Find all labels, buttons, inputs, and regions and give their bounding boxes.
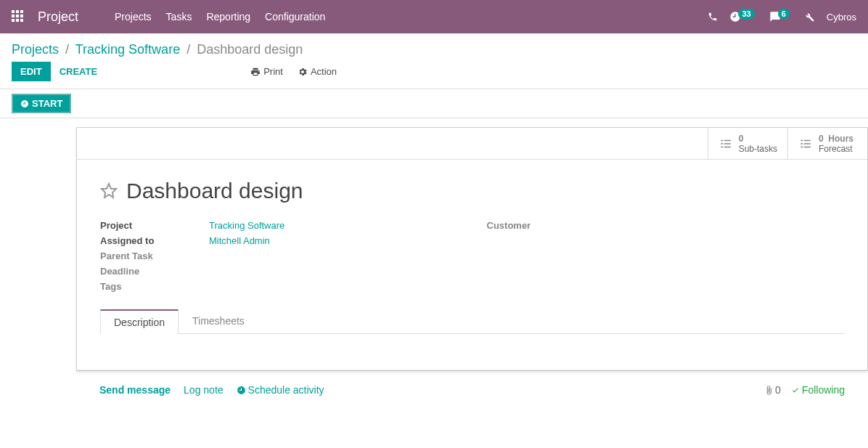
chatter-bar: Send message Log note Schedule activity … xyxy=(76,371,868,402)
parent-task-label: Parent Task xyxy=(100,251,209,261)
svg-rect-6 xyxy=(12,19,15,22)
systray: 33 6 Cybros xyxy=(708,11,856,23)
breadcrumb: Projects / Tracking Software / Dashboard… xyxy=(0,33,868,62)
clock-icon xyxy=(237,386,246,395)
send-message-button[interactable]: Send message xyxy=(99,384,171,396)
attachments-button[interactable]: 0 xyxy=(764,384,781,396)
paperclip-icon xyxy=(764,386,774,395)
start-label: START xyxy=(32,98,62,109)
page-title: Dashboard design xyxy=(126,179,303,203)
breadcrumb-sep: / xyxy=(187,42,190,57)
nav-reporting[interactable]: Reporting xyxy=(206,11,250,23)
tab-description-content xyxy=(77,334,867,370)
action-label: Action xyxy=(311,66,337,77)
project-value[interactable]: Tracking Software xyxy=(209,220,284,231)
list-icon xyxy=(798,137,813,150)
svg-rect-0 xyxy=(12,10,15,13)
breadcrumb-sep: / xyxy=(65,42,69,57)
record-title-row: Dashboard design xyxy=(77,160,867,211)
tab-description[interactable]: Description xyxy=(100,309,179,334)
tools-icon[interactable] xyxy=(804,12,815,23)
svg-marker-9 xyxy=(102,184,116,197)
main-menu: Projects Tasks Reporting Configuration xyxy=(115,11,325,23)
svg-rect-1 xyxy=(16,10,19,13)
subtasks-count: 0 xyxy=(739,134,777,144)
tags-label: Tags xyxy=(100,281,209,292)
form-sheet: 0 Sub-tasks 0 Hours Forecast Dashboard d… xyxy=(76,127,868,371)
apps-grid-icon[interactable] xyxy=(12,10,23,24)
tab-timesheets[interactable]: Timesheets xyxy=(179,309,258,333)
form-fields: Project Tracking Software Assigned to Mi… xyxy=(77,211,867,309)
print-icon xyxy=(250,67,261,77)
svg-rect-5 xyxy=(20,15,23,17)
svg-rect-7 xyxy=(16,19,19,22)
start-button[interactable]: START xyxy=(12,94,71,113)
user-menu[interactable]: Cybros xyxy=(827,12,856,23)
notebook-tabs: Description Timesheets xyxy=(100,309,844,334)
create-button[interactable]: CREATE xyxy=(51,62,106,81)
top-navbar: Project Projects Tasks Reporting Configu… xyxy=(0,0,868,33)
check-icon xyxy=(791,386,800,394)
phone-icon[interactable] xyxy=(708,12,718,22)
forecast-label: Forecast xyxy=(819,144,853,154)
following-button[interactable]: Following xyxy=(791,384,845,396)
control-panel: Projects / Tracking Software / Dashboard… xyxy=(0,33,868,89)
log-note-button[interactable]: Log note xyxy=(184,384,224,396)
svg-rect-8 xyxy=(20,19,23,22)
star-icon[interactable] xyxy=(100,182,118,200)
forecast-count: 0 Hours xyxy=(819,134,853,144)
schedule-activity-button[interactable]: Schedule activity xyxy=(237,384,324,396)
assigned-to-label: Assigned to xyxy=(100,235,209,246)
subtasks-label: Sub-tasks xyxy=(739,144,777,154)
nav-configuration[interactable]: Configuration xyxy=(265,11,325,23)
assigned-to-value[interactable]: Mitchell Admin xyxy=(209,235,270,246)
gear-icon xyxy=(298,67,308,77)
forecast-stat-button[interactable]: 0 Hours Forecast xyxy=(787,128,867,159)
chat-icon[interactable]: 6 xyxy=(769,11,793,23)
action-button[interactable]: Action xyxy=(298,66,337,77)
breadcrumb-project-name[interactable]: Tracking Software xyxy=(75,42,180,57)
project-label: Project xyxy=(100,220,209,231)
attachments-count: 0 xyxy=(775,384,781,396)
svg-rect-3 xyxy=(12,15,15,17)
svg-rect-4 xyxy=(16,15,19,17)
cp-buttons: EDIT CREATE Print Action xyxy=(0,62,868,89)
timer-badge: 33 xyxy=(738,9,754,19)
list-icon xyxy=(718,137,733,150)
edit-button[interactable]: EDIT xyxy=(12,62,51,81)
timer-icon[interactable]: 33 xyxy=(729,11,757,23)
customer-label: Customer xyxy=(487,220,596,231)
subtasks-stat-button[interactable]: 0 Sub-tasks xyxy=(708,128,787,159)
nav-tasks[interactable]: Tasks xyxy=(166,11,192,23)
print-button[interactable]: Print xyxy=(250,66,283,77)
schedule-activity-label: Schedule activity xyxy=(248,384,324,396)
nav-projects[interactable]: Projects xyxy=(115,11,152,23)
stat-buttons: 0 Sub-tasks 0 Hours Forecast xyxy=(77,128,867,160)
following-label: Following xyxy=(802,384,845,396)
svg-rect-2 xyxy=(20,10,23,13)
app-brand[interactable]: Project xyxy=(38,9,78,25)
chat-badge: 6 xyxy=(778,9,790,19)
print-label: Print xyxy=(263,66,283,77)
status-bar: START xyxy=(0,89,868,118)
breadcrumb-projects[interactable]: Projects xyxy=(12,42,59,57)
clock-icon xyxy=(20,99,29,108)
breadcrumb-current: Dashboard design xyxy=(197,42,303,57)
deadline-label: Deadline xyxy=(100,266,209,277)
